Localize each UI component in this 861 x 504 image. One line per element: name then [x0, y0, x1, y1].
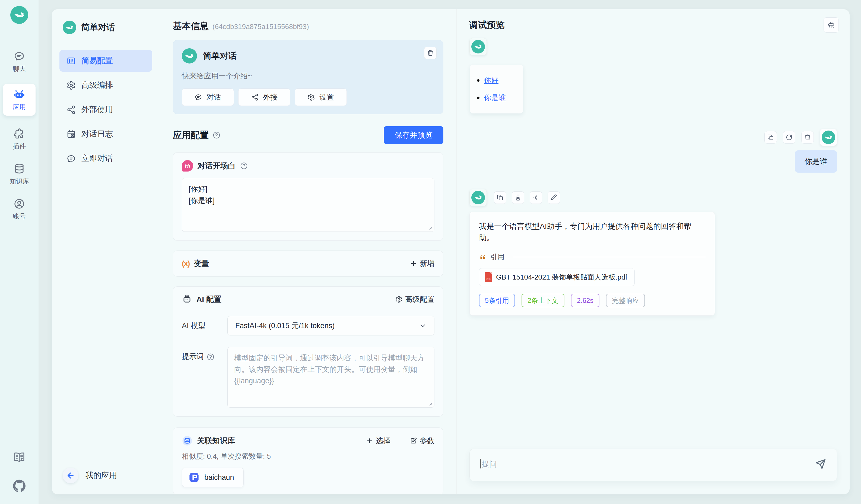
delete-message-button[interactable]	[801, 131, 814, 144]
plus-icon	[410, 260, 417, 267]
arrow-left-icon	[66, 471, 75, 480]
github-icon[interactable]	[13, 480, 26, 492]
database-icon	[14, 163, 25, 175]
assistant-avatar	[469, 189, 487, 206]
model-select[interactable]: FastAI-4k (0.015 元/1k tokens)	[228, 316, 435, 336]
sound-icon	[532, 194, 539, 201]
advanced-config-button[interactable]: 高级配置	[395, 295, 435, 304]
resize-handle-icon[interactable]	[426, 224, 432, 230]
sidebar-item-label: 外部使用	[81, 104, 113, 115]
delete-message-button[interactable]	[512, 191, 524, 204]
knowledge-db-icon	[182, 435, 193, 446]
send-icon[interactable]	[815, 458, 826, 470]
opening-title: 对话开场白	[197, 161, 235, 171]
refresh-icon	[785, 134, 793, 141]
user-message-bubble: 你是谁	[795, 150, 837, 173]
badge-latency[interactable]: 2.62s	[571, 294, 599, 307]
variables-card: (x) 变量 新增	[173, 250, 443, 276]
bullet-dot	[477, 79, 479, 82]
user-message: 你是谁	[469, 128, 837, 173]
plus-icon	[366, 437, 373, 444]
quote-label: 引用	[490, 252, 504, 262]
back-to-my-apps[interactable]: 我的应用	[63, 468, 117, 483]
external-action-button[interactable]: 外接	[238, 88, 290, 106]
app-config-title: 应用配置	[173, 129, 209, 141]
resize-handle-icon[interactable]	[426, 400, 432, 406]
settings-action-label: 设置	[319, 92, 334, 102]
help-icon[interactable]	[206, 353, 215, 361]
config-column: 基本信息 (64cdb319a875a1515568bf93) 简单对话 快来给…	[160, 9, 457, 494]
gear-icon	[308, 93, 315, 101]
prompt-textarea[interactable]	[228, 347, 435, 408]
rail-item-account[interactable]: 账号	[13, 198, 26, 221]
back-button[interactable]	[63, 468, 79, 483]
read-aloud-button[interactable]	[530, 191, 542, 204]
app-name: 简单对话	[203, 50, 237, 62]
knowledge-base-card: 关联知识库 选择 参数 相似度: 0.4, 单次搜索数量: 5 baichaun	[173, 427, 443, 494]
settings-action-button[interactable]: 设置	[295, 88, 347, 106]
rail-item-knowledge[interactable]: 知识库	[10, 163, 29, 186]
brand-logo	[10, 6, 28, 24]
docs-book-icon[interactable]	[13, 451, 26, 464]
sidebar-item-simple-config[interactable]: 简易配置	[59, 50, 152, 72]
rail-label: 插件	[13, 142, 26, 151]
badge-context[interactable]: 2条上下文	[521, 294, 564, 307]
clear-chat-button[interactable]	[823, 17, 839, 32]
chevron-down-icon	[419, 322, 426, 329]
chat-input[interactable]	[470, 449, 837, 481]
sidebar-item-chat-now[interactable]: 立即对话	[59, 148, 152, 169]
help-icon[interactable]	[213, 131, 221, 139]
app-avatar	[182, 48, 197, 64]
greeting-link-who[interactable]: 你是谁	[484, 93, 506, 103]
ai-config-title: AI 配置	[196, 294, 221, 304]
kb-select-label: 选择	[376, 436, 391, 446]
greeting-link-hello[interactable]: 你好	[484, 76, 498, 85]
user-circle-icon	[14, 198, 25, 209]
rail-label: 聊天	[13, 64, 26, 73]
pencil-icon	[550, 194, 557, 201]
copy-message-button[interactable]	[764, 131, 777, 144]
rail-item-plugins[interactable]: 插件	[13, 128, 26, 151]
copy-message-button[interactable]	[494, 191, 506, 204]
trash-icon	[804, 134, 811, 141]
copy-icon	[496, 194, 504, 201]
assistant-logo-icon	[472, 40, 485, 53]
delete-app-button[interactable]	[424, 47, 437, 59]
rail-item-apps[interactable]: 应用	[3, 84, 36, 115]
add-variable-button[interactable]: 新增	[410, 259, 435, 269]
main-shell: 简单对话 简易配置 高级编排 外部使用 对话日志 立即对话	[52, 9, 850, 494]
hi-badge-icon: Hi	[182, 160, 193, 172]
baichuan-logo-icon	[189, 472, 200, 483]
citation-file-chip[interactable]: PDF GBT 15104-2021 装饰单板贴面人造板.pdf	[479, 268, 635, 286]
retry-message-button[interactable]	[783, 131, 795, 144]
help-icon[interactable]	[240, 162, 248, 170]
edit-message-button[interactable]	[548, 191, 560, 204]
app-sidebar: 简单对话 简易配置 高级编排 外部使用 对话日志 立即对话	[52, 9, 160, 494]
quote-icon	[479, 253, 487, 261]
variables-title: 变量	[194, 258, 209, 269]
advanced-config-label: 高级配置	[405, 295, 435, 304]
sidebar-item-advanced-flow[interactable]: 高级编排	[59, 74, 152, 96]
chat-action-button[interactable]: 对话	[182, 88, 234, 106]
calendar-clock-icon	[67, 130, 76, 139]
kb-select-button[interactable]: 选择	[366, 436, 391, 446]
greeting-option: 你是谁	[477, 93, 518, 103]
add-variable-label: 新增	[420, 259, 435, 269]
rail-label: 应用	[13, 103, 26, 111]
robot-icon	[14, 89, 25, 100]
app-sidebar-header: 简单对话	[63, 21, 151, 34]
chat-bubble-icon	[67, 154, 76, 163]
badge-citations[interactable]: 5条引用	[479, 294, 515, 307]
kb-dataset-chip[interactable]: baichaun	[182, 468, 244, 487]
bullet-dot	[477, 97, 479, 99]
badge-full-response[interactable]: 完整响应	[606, 294, 645, 307]
save-preview-button[interactable]: 保存并预览	[384, 126, 443, 144]
opening-message-textarea[interactable]: [你好] [你是谁]	[182, 178, 435, 232]
kb-dataset-name: baichaun	[204, 473, 234, 482]
text-caret	[480, 459, 481, 468]
sidebar-item-external-use[interactable]: 外部使用	[59, 99, 152, 121]
rail-item-chat[interactable]: 聊天	[13, 51, 26, 73]
basic-info-title: 基本信息	[173, 20, 209, 32]
kb-params-button[interactable]: 参数	[410, 436, 435, 446]
sidebar-item-chat-logs[interactable]: 对话日志	[59, 123, 152, 145]
